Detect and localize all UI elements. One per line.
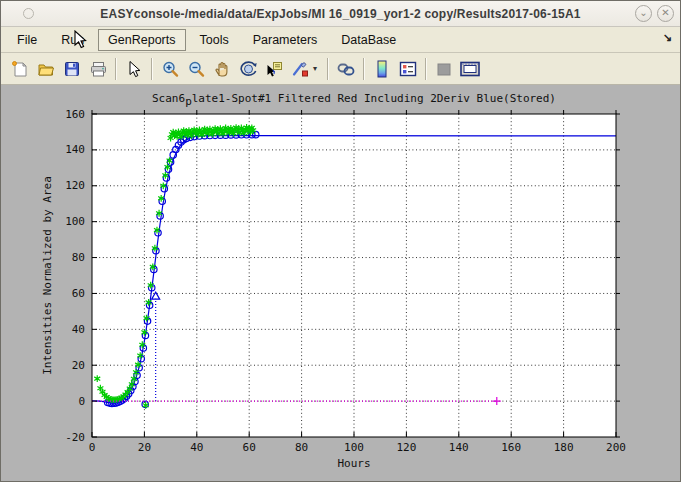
svg-text:200: 200 — [606, 441, 626, 454]
print-figure-icon[interactable] — [85, 56, 111, 82]
toolbar-separator — [151, 58, 153, 80]
title-bar[interactable]: EASYconsole-/media/data/ExpJobs/MI 16_09… — [1, 1, 680, 27]
easyconsole-window: EASYconsole-/media/data/ExpJobs/MI 16_09… — [0, 0, 681, 482]
menu-database[interactable]: DataBase — [331, 29, 406, 51]
rotate-3d-icon[interactable] — [235, 56, 261, 82]
zoom-in-icon[interactable] — [157, 56, 183, 82]
brush-dropdown-icon[interactable]: ▾ — [313, 56, 323, 82]
minimize-button[interactable]: ⌄ — [635, 5, 652, 22]
window-menu-icon[interactable] — [23, 8, 34, 19]
open-file-icon[interactable] — [33, 56, 59, 82]
svg-text:160: 160 — [501, 441, 521, 454]
svg-text:40: 40 — [190, 441, 203, 454]
save-figure-icon[interactable] — [59, 56, 85, 82]
menu-parameters[interactable]: Parameters — [243, 29, 328, 51]
plottools-off-icon[interactable] — [431, 56, 457, 82]
svg-text:160: 160 — [65, 108, 85, 121]
dock-figure-icon[interactable] — [457, 56, 483, 82]
menu-run[interactable]: Run — [51, 29, 94, 51]
insert-legend-icon[interactable] — [395, 56, 421, 82]
y-axis-label: Intensities Normalized by Area — [41, 176, 54, 375]
insert-colorbar-icon[interactable] — [369, 56, 395, 82]
zoom-out-icon[interactable] — [183, 56, 209, 82]
pan-hand-icon[interactable] — [209, 56, 235, 82]
menu-file[interactable]: File — [7, 29, 47, 51]
svg-text:140: 140 — [449, 441, 469, 454]
data-cursor-icon[interactable] — [261, 56, 287, 82]
svg-text:0: 0 — [78, 395, 85, 408]
svg-text:120: 120 — [65, 179, 85, 192]
svg-text:20: 20 — [72, 359, 85, 372]
svg-text:20: 20 — [138, 441, 151, 454]
plot-title: Scan6plate1-Spot#1 Filtered Red Includin… — [152, 92, 556, 108]
svg-text:80: 80 — [295, 441, 308, 454]
close-button[interactable]: ✕ — [657, 5, 674, 22]
svg-text:180: 180 — [554, 441, 574, 454]
svg-text:40: 40 — [72, 323, 85, 336]
svg-text:80: 80 — [72, 251, 85, 264]
figure-toolbar: ▾ — [1, 53, 680, 85]
svg-text:-20: -20 — [65, 431, 85, 444]
plot-canvas[interactable]: 020406080100120140160180200-200204060801… — [1, 86, 681, 482]
svg-text:0: 0 — [89, 441, 96, 454]
menu-overflow-icon[interactable]: ↘ — [663, 31, 672, 44]
svg-text:100: 100 — [65, 215, 85, 228]
svg-text:60: 60 — [243, 441, 256, 454]
svg-text:140: 140 — [65, 143, 85, 156]
svg-text:60: 60 — [72, 287, 85, 300]
svg-text:100: 100 — [344, 441, 364, 454]
menu-tools[interactable]: Tools — [190, 29, 239, 51]
toolbar-separator — [363, 58, 365, 80]
link-plots-icon[interactable] — [333, 56, 359, 82]
svg-text:120: 120 — [396, 441, 416, 454]
x-axis-label: Hours — [337, 457, 370, 470]
new-figure-icon[interactable] — [7, 56, 33, 82]
figure-canvas: 020406080100120140160180200-200204060801… — [1, 86, 681, 482]
toolbar-separator — [115, 58, 117, 80]
toolbar-separator — [327, 58, 329, 80]
brush-data-icon[interactable] — [287, 56, 313, 82]
edit-arrow-icon[interactable] — [121, 56, 147, 82]
menu-bar: File Run GenReports Tools Parameters Dat… — [1, 27, 680, 53]
window-title: EASYconsole-/media/data/ExpJobs/MI 16_09… — [100, 7, 580, 21]
toolbar-separator — [425, 58, 427, 80]
menu-genreports[interactable]: GenReports — [98, 29, 185, 51]
